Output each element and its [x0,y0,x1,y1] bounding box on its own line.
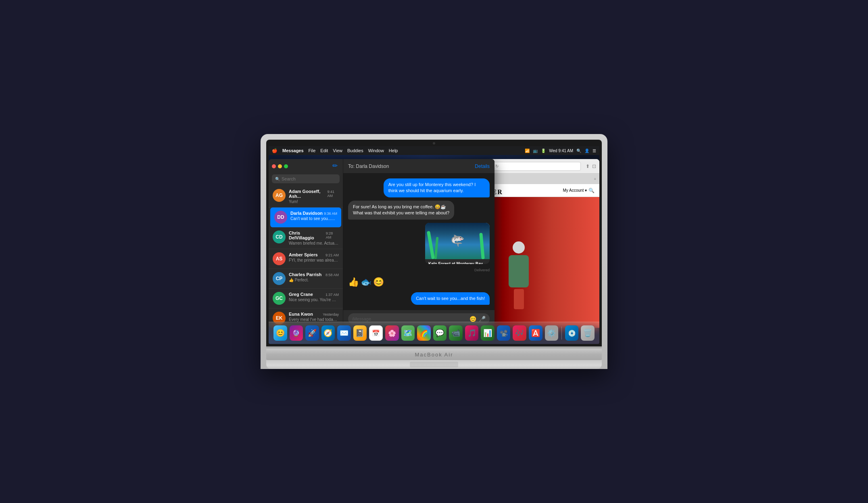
chat-to-label: To: Darla Davidson [348,163,389,169]
airplay-icon: 📺 [533,149,538,153]
menu-view[interactable]: View [333,148,342,153]
avatar: CP [273,272,286,285]
new-tab-btn[interactable]: + [594,177,596,181]
list-item[interactable]: CD Chris DelVillaggio 9:28 AM Warren bri… [269,227,343,249]
conv-header: Amber Spiers 9:21 AM [289,252,339,257]
apple-menu[interactable]: 🍎 [272,148,278,153]
messages-header-row: ✏ [269,159,343,172]
messages-sidebar: ✏ 🔍 Search [269,159,343,328]
screen: 🍎 Messages File Edit View Buddies Window… [269,146,599,344]
delivered-status: Delivered [348,268,490,272]
dock-siri[interactable]: 🔮 [290,325,303,341]
input-actions: 😊 🎤 [469,316,486,322]
dock-notes[interactable]: 📓 [353,325,367,341]
dock-facetime[interactable]: 📹 [449,325,463,341]
menubar-right: 📶 📺 🔋 Wed 9:41 AM 🔍 👤 ☰ [525,149,596,153]
messages-minimize[interactable] [278,164,282,168]
messages-close[interactable] [272,164,276,168]
menu-help[interactable]: Help [389,148,398,153]
dock-safari[interactable]: 🧭 [321,325,335,341]
list-item[interactable]: DD Darla Davidson 9:36 AM Can't wait to … [270,207,341,227]
my-account-btn[interactable]: My Account ▾ 🔍 [563,188,595,193]
conversation-content: Greg Crane 1:37 AM Nice seeing you. You'… [289,292,339,302]
dock-numbers[interactable]: 📊 [481,325,495,341]
avatar: AS [273,252,286,265]
dock-photos[interactable]: 🌸 [385,325,399,341]
dock-keynote[interactable]: 📽️ [497,325,511,341]
reload-icon[interactable]: ↻ [495,164,499,168]
microphone-icon[interactable]: 🎤 [479,316,486,322]
dock-itunes[interactable]: 🎵 [465,325,479,341]
user-icon[interactable]: 👤 [584,149,589,153]
list-icon[interactable]: ☰ [593,149,596,153]
dock-trash[interactable]: 🗑️ [581,325,595,341]
menubar-left: 🍎 Messages File Edit View Buddies Window… [272,148,398,153]
conv-name: Greg Crane [289,292,313,297]
dock-calendar[interactable]: 📅 [369,325,383,341]
conv-preview: Nice seeing you. You're my favorite pers… [289,298,339,302]
wifi-icon: 📶 [525,149,530,153]
conv-time: 9:41 AM [328,190,339,198]
battery-icon: 🔋 [541,149,546,153]
messages-main: ✏ 🔍 Search [269,159,495,328]
dock-separator [561,327,562,340]
dock-mail[interactable]: ✉️ [337,325,351,341]
menu-edit[interactable]: Edit [320,148,328,153]
app-name[interactable]: Messages [282,148,304,153]
menu-file[interactable]: File [309,148,316,153]
list-item[interactable]: GC Greg Crane 1:37 AM Nice seeing you. Y… [269,289,343,308]
dock-appstore[interactable]: 🅰️ [529,325,542,341]
dock-messages[interactable]: 💬 [433,325,447,341]
list-item[interactable]: AG Adam Gooseff, Ash... 9:41 AM Yum! [269,186,343,207]
chat-header: To: Darla Davidson Details [343,159,495,174]
conv-preview: Yum! [289,199,339,204]
conv-preview: Warren briefed me. Actually, it wasn't t… [289,241,339,245]
conv-header: Euna Kwon Yesterday [289,312,339,316]
messages-maximize[interactable] [284,164,288,168]
conv-header: Chris DelVillaggio 9:28 AM [289,231,339,240]
conv-name: Adam Gooseff, Ash... [289,189,328,199]
emoji-icon[interactable]: 😊 [469,316,476,322]
list-item[interactable]: AS Amber Spiers 9:21 AM FYI, the printer… [269,249,343,269]
dock-photos2[interactable]: 🌈 [417,325,431,341]
emoji-row: 👍 🐟 😊 [348,275,490,289]
messages-window[interactable]: ✏ 🔍 Search [269,159,495,328]
messages-traffic-lights [272,162,288,169]
dock-finder[interactable]: 😊 [273,325,287,341]
search-input-wrap[interactable]: 🔍 Search [272,174,340,183]
search-icon[interactable]: 🔍 [576,149,581,153]
conv-time: 9:28 AM [326,231,339,239]
conversation-content: Charles Parrish 8:58 AM 👍 Perfect. [289,272,339,282]
conv-header: Darla Davidson 9:36 AM [290,211,337,216]
dock-music[interactable]: 🎶 [513,325,526,341]
laptop-model-label: MacBook Air [266,349,602,360]
dock-launchpad[interactable]: 🚀 [305,325,319,341]
share-icon[interactable]: ⬆ [586,163,590,169]
search-icon[interactable]: 🔍 [588,188,595,193]
conv-time: 9:36 AM [324,212,337,216]
details-button[interactable]: Details [475,163,490,169]
menubar: 🍎 Messages File Edit View Buddies Window… [269,146,599,155]
menu-window[interactable]: Window [368,148,384,153]
search-bar: 🔍 Search [269,172,343,186]
menu-buddies[interactable]: Buddies [347,148,363,153]
trackpad[interactable] [410,362,458,367]
compose-button[interactable]: ✏ [330,161,340,170]
conversation-content: Euna Kwon Yesterday Every meal I've had … [289,312,339,322]
avatar: AG [273,189,286,202]
emoji-thumbsup: 👍 [348,277,359,287]
link-preview-image: 🦈 [425,223,490,259]
message-input: iMessage [352,316,371,321]
dock-maps[interactable]: 🗺️ [401,325,415,341]
link-preview-card[interactable]: 🦈 Kelp Forest at Monterey Bay Aquarium w… [425,223,490,264]
list-item[interactable]: CP Charles Parrish 8:58 AM 👍 Perfect. [269,269,343,289]
dock-unknown[interactable]: 💿 [565,325,579,341]
new-tab-icon[interactable]: ⊡ [592,163,596,169]
message-bubble-received: For sure! As long as you bring me coffee… [348,201,454,220]
conv-preview: 👍 Perfect. [289,278,339,282]
dock-settings[interactable]: ⚙️ [545,325,559,341]
conv-name: Darla Davidson [290,211,323,216]
search-placeholder: Search [282,176,296,181]
laptop-container: 🍎 Messages File Edit View Buddies Window… [261,134,607,369]
conv-time: Yesterday [323,312,339,316]
